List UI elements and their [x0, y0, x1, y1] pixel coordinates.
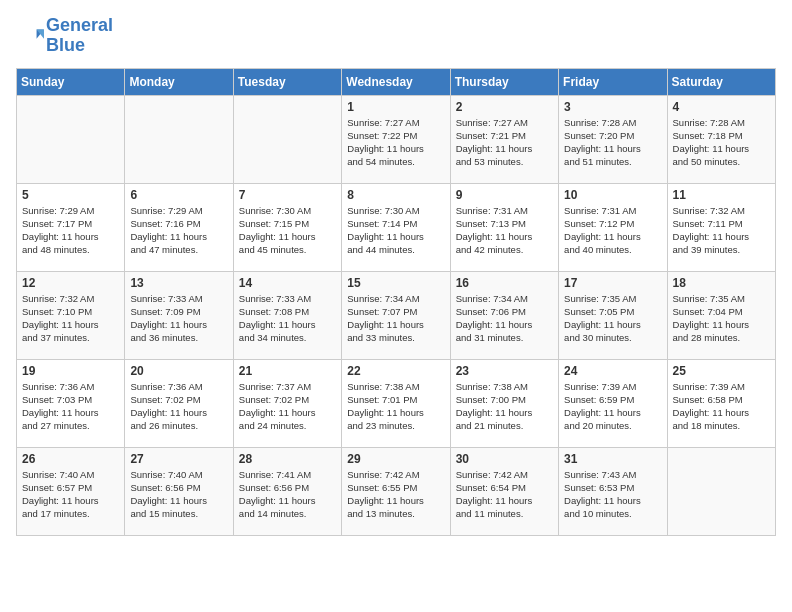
- day-number: 28: [239, 452, 336, 466]
- calendar-cell: 25Sunrise: 7:39 AM Sunset: 6:58 PM Dayli…: [667, 359, 775, 447]
- day-info: Sunrise: 7:38 AM Sunset: 7:01 PM Dayligh…: [347, 380, 444, 433]
- day-number: 7: [239, 188, 336, 202]
- day-info: Sunrise: 7:35 AM Sunset: 7:04 PM Dayligh…: [673, 292, 770, 345]
- calendar-cell: 24Sunrise: 7:39 AM Sunset: 6:59 PM Dayli…: [559, 359, 667, 447]
- calendar-cell: 26Sunrise: 7:40 AM Sunset: 6:57 PM Dayli…: [17, 447, 125, 535]
- day-number: 30: [456, 452, 553, 466]
- day-info: Sunrise: 7:27 AM Sunset: 7:22 PM Dayligh…: [347, 116, 444, 169]
- day-info: Sunrise: 7:40 AM Sunset: 6:56 PM Dayligh…: [130, 468, 227, 521]
- day-number: 21: [239, 364, 336, 378]
- calendar-cell: 7Sunrise: 7:30 AM Sunset: 7:15 PM Daylig…: [233, 183, 341, 271]
- calendar-cell: 1Sunrise: 7:27 AM Sunset: 7:22 PM Daylig…: [342, 95, 450, 183]
- day-number: 5: [22, 188, 119, 202]
- calendar-week-row: 26Sunrise: 7:40 AM Sunset: 6:57 PM Dayli…: [17, 447, 776, 535]
- day-number: 6: [130, 188, 227, 202]
- day-number: 27: [130, 452, 227, 466]
- weekday-header-row: SundayMondayTuesdayWednesdayThursdayFrid…: [17, 68, 776, 95]
- day-info: Sunrise: 7:34 AM Sunset: 7:06 PM Dayligh…: [456, 292, 553, 345]
- day-number: 10: [564, 188, 661, 202]
- day-number: 25: [673, 364, 770, 378]
- calendar-cell: 3Sunrise: 7:28 AM Sunset: 7:20 PM Daylig…: [559, 95, 667, 183]
- weekday-header-tuesday: Tuesday: [233, 68, 341, 95]
- calendar-week-row: 5Sunrise: 7:29 AM Sunset: 7:17 PM Daylig…: [17, 183, 776, 271]
- day-number: 9: [456, 188, 553, 202]
- calendar-cell: 6Sunrise: 7:29 AM Sunset: 7:16 PM Daylig…: [125, 183, 233, 271]
- calendar-cell: 22Sunrise: 7:38 AM Sunset: 7:01 PM Dayli…: [342, 359, 450, 447]
- calendar-cell: 12Sunrise: 7:32 AM Sunset: 7:10 PM Dayli…: [17, 271, 125, 359]
- day-info: Sunrise: 7:34 AM Sunset: 7:07 PM Dayligh…: [347, 292, 444, 345]
- calendar-cell: [233, 95, 341, 183]
- calendar-cell: 19Sunrise: 7:36 AM Sunset: 7:03 PM Dayli…: [17, 359, 125, 447]
- weekday-header-friday: Friday: [559, 68, 667, 95]
- weekday-header-thursday: Thursday: [450, 68, 558, 95]
- day-info: Sunrise: 7:32 AM Sunset: 7:11 PM Dayligh…: [673, 204, 770, 257]
- calendar-cell: 15Sunrise: 7:34 AM Sunset: 7:07 PM Dayli…: [342, 271, 450, 359]
- day-info: Sunrise: 7:29 AM Sunset: 7:17 PM Dayligh…: [22, 204, 119, 257]
- day-number: 26: [22, 452, 119, 466]
- weekday-header-saturday: Saturday: [667, 68, 775, 95]
- day-number: 3: [564, 100, 661, 114]
- calendar-cell: 18Sunrise: 7:35 AM Sunset: 7:04 PM Dayli…: [667, 271, 775, 359]
- calendar-cell: [17, 95, 125, 183]
- day-info: Sunrise: 7:40 AM Sunset: 6:57 PM Dayligh…: [22, 468, 119, 521]
- logo: General Blue: [16, 16, 113, 56]
- calendar-cell: 20Sunrise: 7:36 AM Sunset: 7:02 PM Dayli…: [125, 359, 233, 447]
- day-info: Sunrise: 7:41 AM Sunset: 6:56 PM Dayligh…: [239, 468, 336, 521]
- day-number: 17: [564, 276, 661, 290]
- weekday-header-wednesday: Wednesday: [342, 68, 450, 95]
- logo-icon: [16, 22, 44, 50]
- day-info: Sunrise: 7:42 AM Sunset: 6:54 PM Dayligh…: [456, 468, 553, 521]
- day-number: 15: [347, 276, 444, 290]
- day-info: Sunrise: 7:35 AM Sunset: 7:05 PM Dayligh…: [564, 292, 661, 345]
- calendar-table: SundayMondayTuesdayWednesdayThursdayFrid…: [16, 68, 776, 536]
- day-info: Sunrise: 7:33 AM Sunset: 7:08 PM Dayligh…: [239, 292, 336, 345]
- logo-text: General Blue: [46, 16, 113, 56]
- calendar-cell: 9Sunrise: 7:31 AM Sunset: 7:13 PM Daylig…: [450, 183, 558, 271]
- day-number: 16: [456, 276, 553, 290]
- day-info: Sunrise: 7:29 AM Sunset: 7:16 PM Dayligh…: [130, 204, 227, 257]
- day-number: 22: [347, 364, 444, 378]
- day-info: Sunrise: 7:36 AM Sunset: 7:03 PM Dayligh…: [22, 380, 119, 433]
- day-info: Sunrise: 7:30 AM Sunset: 7:15 PM Dayligh…: [239, 204, 336, 257]
- day-number: 23: [456, 364, 553, 378]
- calendar-week-row: 1Sunrise: 7:27 AM Sunset: 7:22 PM Daylig…: [17, 95, 776, 183]
- day-info: Sunrise: 7:39 AM Sunset: 6:59 PM Dayligh…: [564, 380, 661, 433]
- day-number: 20: [130, 364, 227, 378]
- day-info: Sunrise: 7:37 AM Sunset: 7:02 PM Dayligh…: [239, 380, 336, 433]
- weekday-header-sunday: Sunday: [17, 68, 125, 95]
- day-number: 12: [22, 276, 119, 290]
- calendar-cell: 13Sunrise: 7:33 AM Sunset: 7:09 PM Dayli…: [125, 271, 233, 359]
- calendar-cell: 11Sunrise: 7:32 AM Sunset: 7:11 PM Dayli…: [667, 183, 775, 271]
- day-number: 2: [456, 100, 553, 114]
- day-number: 14: [239, 276, 336, 290]
- calendar-cell: 29Sunrise: 7:42 AM Sunset: 6:55 PM Dayli…: [342, 447, 450, 535]
- day-number: 13: [130, 276, 227, 290]
- calendar-week-row: 12Sunrise: 7:32 AM Sunset: 7:10 PM Dayli…: [17, 271, 776, 359]
- calendar-cell: 28Sunrise: 7:41 AM Sunset: 6:56 PM Dayli…: [233, 447, 341, 535]
- svg-rect-0: [16, 22, 44, 50]
- day-info: Sunrise: 7:32 AM Sunset: 7:10 PM Dayligh…: [22, 292, 119, 345]
- calendar-cell: 2Sunrise: 7:27 AM Sunset: 7:21 PM Daylig…: [450, 95, 558, 183]
- day-number: 1: [347, 100, 444, 114]
- day-info: Sunrise: 7:30 AM Sunset: 7:14 PM Dayligh…: [347, 204, 444, 257]
- weekday-header-monday: Monday: [125, 68, 233, 95]
- calendar-cell: 31Sunrise: 7:43 AM Sunset: 6:53 PM Dayli…: [559, 447, 667, 535]
- calendar-cell: 21Sunrise: 7:37 AM Sunset: 7:02 PM Dayli…: [233, 359, 341, 447]
- day-info: Sunrise: 7:28 AM Sunset: 7:18 PM Dayligh…: [673, 116, 770, 169]
- day-info: Sunrise: 7:28 AM Sunset: 7:20 PM Dayligh…: [564, 116, 661, 169]
- day-info: Sunrise: 7:38 AM Sunset: 7:00 PM Dayligh…: [456, 380, 553, 433]
- day-info: Sunrise: 7:31 AM Sunset: 7:13 PM Dayligh…: [456, 204, 553, 257]
- day-number: 24: [564, 364, 661, 378]
- day-number: 4: [673, 100, 770, 114]
- calendar-cell: 17Sunrise: 7:35 AM Sunset: 7:05 PM Dayli…: [559, 271, 667, 359]
- calendar-cell: 27Sunrise: 7:40 AM Sunset: 6:56 PM Dayli…: [125, 447, 233, 535]
- day-info: Sunrise: 7:39 AM Sunset: 6:58 PM Dayligh…: [673, 380, 770, 433]
- calendar-cell: 14Sunrise: 7:33 AM Sunset: 7:08 PM Dayli…: [233, 271, 341, 359]
- calendar-cell: 16Sunrise: 7:34 AM Sunset: 7:06 PM Dayli…: [450, 271, 558, 359]
- page-header: General Blue: [16, 16, 776, 56]
- day-number: 11: [673, 188, 770, 202]
- calendar-cell: 23Sunrise: 7:38 AM Sunset: 7:00 PM Dayli…: [450, 359, 558, 447]
- day-number: 31: [564, 452, 661, 466]
- calendar-cell: 8Sunrise: 7:30 AM Sunset: 7:14 PM Daylig…: [342, 183, 450, 271]
- calendar-cell: [667, 447, 775, 535]
